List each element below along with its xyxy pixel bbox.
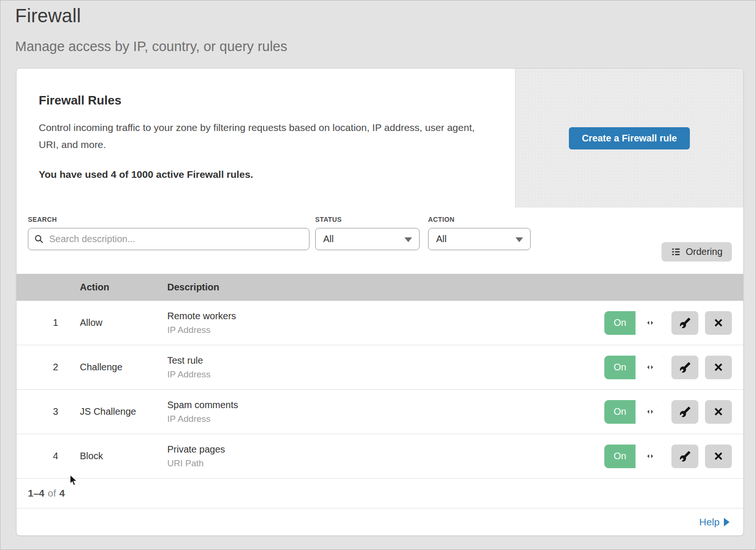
resize-arrows-icon — [645, 318, 655, 328]
rule-description: Remote workers — [167, 311, 604, 322]
edit-rule-button[interactable] — [671, 445, 698, 468]
column-action: Action — [80, 282, 165, 293]
action-select[interactable]: All — [428, 228, 531, 250]
x-icon — [713, 362, 724, 373]
delete-rule-button[interactable] — [705, 311, 732, 335]
toggle-handle — [636, 311, 665, 335]
edit-rule-button[interactable] — [671, 311, 698, 335]
rule-toggle[interactable]: On — [604, 445, 665, 468]
table-row: 2 Challenge Test rule IP Address On — [17, 345, 743, 390]
pagination: 1–4 of 4 — [17, 479, 743, 508]
ordering-button[interactable]: Ordering — [662, 242, 732, 262]
wrench-icon — [679, 317, 691, 329]
pagination-range: 1–4 — [28, 488, 44, 499]
wrench-icon — [679, 406, 691, 418]
toggle-on-segment: On — [604, 400, 636, 424]
page-title: Firewall — [15, 5, 756, 26]
ordering-button-label: Ordering — [686, 246, 722, 257]
help-bar: Help — [17, 508, 743, 535]
status-select[interactable]: All — [315, 228, 420, 250]
rule-description-cell: Remote workers IP Address — [167, 311, 604, 335]
firewall-rules-card: Firewall Rules Control incoming traffic … — [16, 68, 744, 536]
list-icon — [671, 247, 681, 257]
rule-description-cell: Spam comments IP Address — [167, 400, 604, 424]
status-label: STATUS — [315, 216, 420, 223]
chevron-down-icon — [404, 237, 412, 242]
x-icon — [713, 406, 724, 417]
rule-action: Block — [80, 451, 165, 462]
delete-rule-button[interactable] — [705, 445, 732, 468]
search-label: SEARCH — [28, 216, 309, 223]
edit-rule-button[interactable] — [671, 356, 698, 379]
wrench-icon — [679, 451, 691, 462]
intro-section: Firewall Rules Control incoming traffic … — [17, 69, 743, 208]
status-select-value: All — [323, 234, 334, 244]
intro-aside: Create a Firewall rule — [515, 69, 743, 208]
page-subtitle: Manage access by IP, country, or query r… — [15, 39, 756, 54]
action-filter: ACTION All — [428, 216, 531, 250]
table-row: 4 Block Private pages URI Path On — [17, 434, 743, 479]
rule-toggle[interactable]: On — [604, 356, 665, 379]
table-row: 3 JS Challenge Spam comments IP Address … — [17, 390, 743, 434]
column-description: Description — [167, 282, 743, 293]
rule-number: 4 — [17, 451, 58, 462]
pagination-of: of — [48, 488, 56, 499]
rule-description-cell: Test rule IP Address — [167, 355, 604, 380]
table-row: 1 Allow Remote workers IP Address On — [17, 301, 743, 345]
action-label: ACTION — [428, 216, 531, 223]
intro-description: Control incoming traffic to your zone by… — [39, 119, 490, 153]
rule-description: Private pages — [167, 444, 604, 455]
rule-match-type: URI Path — [167, 458, 604, 469]
rule-description-cell: Private pages URI Path — [167, 444, 604, 469]
rule-description: Test rule — [167, 355, 604, 366]
resize-arrows-icon — [645, 452, 655, 461]
rule-action: Allow — [80, 317, 165, 328]
delete-rule-button[interactable] — [705, 356, 732, 379]
rule-toggle[interactable]: On — [604, 400, 665, 424]
usage-summary: You have used 4 of 1000 active Firewall … — [39, 169, 496, 180]
create-firewall-rule-button[interactable]: Create a Firewall rule — [569, 127, 689, 149]
toggle-on-segment: On — [604, 445, 636, 468]
toggle-on-segment: On — [604, 311, 636, 335]
filters-bar: SEARCH STATUS All ACTION All — [17, 208, 743, 274]
page-header: Firewall Manage access by IP, country, o… — [0, 0, 756, 54]
toggle-handle — [636, 445, 665, 468]
rule-match-type: IP Address — [167, 325, 604, 335]
toggle-on-segment: On — [604, 356, 636, 379]
intro-info: Firewall Rules Control incoming traffic … — [17, 69, 515, 208]
intro-heading: Firewall Rules — [39, 93, 496, 108]
rule-toggle[interactable]: On — [604, 311, 665, 335]
rule-number: 3 — [17, 406, 58, 417]
table-header: Action Description — [17, 274, 743, 301]
toggle-handle — [636, 400, 665, 424]
chevron-down-icon — [515, 237, 523, 242]
rule-number: 2 — [17, 362, 58, 373]
x-icon — [713, 451, 724, 462]
status-filter: STATUS All — [315, 216, 420, 250]
resize-arrows-icon — [645, 407, 655, 417]
rule-number: 1 — [17, 317, 58, 328]
search-filter: SEARCH — [28, 216, 309, 250]
resize-arrows-icon — [645, 363, 655, 372]
help-link-label: Help — [699, 516, 720, 528]
rule-match-type: IP Address — [167, 414, 604, 424]
wrench-icon — [679, 362, 691, 373]
rule-match-type: IP Address — [167, 369, 604, 380]
help-link[interactable]: Help — [699, 516, 730, 528]
pagination-total: 4 — [60, 488, 65, 499]
delete-rule-button[interactable] — [705, 400, 732, 424]
search-input[interactable] — [28, 228, 309, 250]
toggle-handle — [636, 356, 665, 379]
edit-rule-button[interactable] — [671, 400, 698, 424]
search-icon — [34, 234, 44, 244]
action-select-value: All — [436, 234, 447, 244]
chevron-right-icon — [724, 518, 730, 526]
rule-description: Spam comments — [167, 400, 604, 410]
rule-action: Challenge — [80, 362, 165, 373]
rule-action: JS Challenge — [80, 406, 165, 417]
x-icon — [713, 317, 724, 328]
